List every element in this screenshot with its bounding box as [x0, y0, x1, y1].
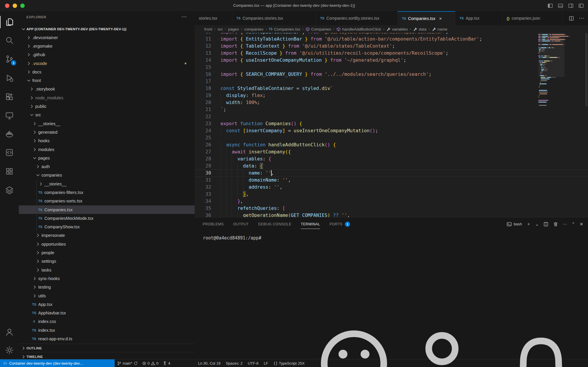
activity-item-apps-grid[interactable]	[0, 163, 19, 180]
tree-folder--devcontainer[interactable]: .devcontainer	[19, 33, 195, 42]
tree-file-companyshow-tsx[interactable]: TSCompanyShow.tsx	[19, 223, 195, 231]
split-terminal-icon[interactable]	[543, 222, 549, 227]
tree-file-index-css[interactable]: #index.css	[19, 317, 195, 326]
tree-folder-tasks[interactable]: tasks	[19, 266, 195, 274]
panel-tab-terminal[interactable]: TERMINAL	[301, 217, 320, 231]
activity-item-explorer[interactable]	[0, 14, 19, 31]
code-editor[interactable]: 10import { WithTopBarContainer } from '@…	[195, 33, 588, 217]
terminal-output[interactable]: root@0a4ecd84891:/app#	[203, 235, 261, 241]
tree-folder--stories-[interactable]: __stories__	[19, 180, 195, 188]
tree-file-companies-sorts-tsx[interactable]: TScompanies-sorts.tsx	[19, 197, 195, 205]
tree-folder-modules[interactable]: modules	[19, 145, 195, 154]
terminal-dropdown-button[interactable]: ⌄	[535, 222, 539, 227]
breadcrumb-item-data[interactable]: data	[413, 27, 426, 31]
tree-folder-impersonate[interactable]: impersonate	[19, 231, 195, 240]
panel-tab-output[interactable]: OUTPUT	[233, 217, 249, 231]
status-ln-30-col-19[interactable]: Ln 30, Col 19	[198, 361, 220, 366]
activity-item-settings-gear[interactable]	[0, 342, 19, 359]
status-lf[interactable]: LF	[264, 361, 268, 366]
layout-sidebar-right-icon[interactable]	[568, 3, 574, 9]
breadcrumb-item-companies[interactable]: companies	[244, 27, 263, 31]
activity-item-accounts[interactable]	[0, 324, 19, 341]
minimap[interactable]	[538, 33, 564, 217]
tree-file-companiesmockmode-tsx[interactable]: TSCompaniesMockMode.tsx	[19, 214, 195, 222]
tree-file-appnavbar-tsx[interactable]: TSAppNavbar.tsx	[19, 309, 195, 317]
layout-sidebar-left-icon[interactable]	[547, 3, 553, 9]
explorer-section-header[interactable]: APP [CONTAINER DEV-TWENTY-DEV (DEV-TWENT…	[19, 25, 195, 33]
activity-item-remote-explorer[interactable]	[0, 107, 19, 124]
tree-folder--storybook[interactable]: .storybook	[19, 85, 195, 93]
tree-folder-settings[interactable]: settings	[19, 257, 195, 266]
status-typescript-jsx[interactable]: {}TypeScript JSX	[273, 361, 305, 366]
explorer-more-actions-button[interactable]: ⋯	[181, 14, 187, 20]
tree-folder-docs[interactable]: docs	[19, 68, 195, 76]
tab-companies-sortby-stories-tsx[interactable]: TSCompanies.sortBy.stories.tsx	[316, 11, 398, 25]
new-terminal-button[interactable]: ＋	[526, 221, 531, 227]
tree-file-app-tsx[interactable]: TSApp.tsx	[19, 300, 195, 309]
breadcrumb-item-front[interactable]: front	[204, 27, 212, 31]
tree-folder-pages[interactable]: pages	[19, 154, 195, 162]
forwarded-ports-status[interactable]: 4	[163, 361, 170, 366]
tab-companies-json[interactable]: {}companies.json	[502, 11, 563, 25]
remote-indicator[interactable]: Container dev-twenty-dev (dev-twenty-dev…	[0, 359, 115, 367]
status-utf-8[interactable]: UTF-8	[248, 361, 258, 366]
tree-folder-utils[interactable]: utils	[19, 291, 195, 300]
tree-folder-src[interactable]: src	[19, 111, 195, 119]
problems-status[interactable]: 00	[142, 361, 158, 366]
close-icon[interactable]: ✕	[439, 16, 442, 21]
accounts-icon[interactable]	[403, 319, 492, 367]
tree-folder--stories-[interactable]: __stories__	[19, 119, 195, 128]
breadcrumb-item-companies[interactable]: Companies	[305, 27, 331, 31]
tree-folder--ergomake[interactable]: .ergomake	[19, 42, 195, 50]
feedback-icon[interactable]	[310, 319, 398, 367]
tree-folder-sync-hooks[interactable]: sync-hooks	[19, 274, 195, 283]
branch-status[interactable]: main*	[117, 361, 138, 366]
breadcrumb-item-src[interactable]: src	[218, 27, 223, 31]
tree-folder-opportunities[interactable]: opportunities	[19, 240, 195, 248]
panel-tab-ports[interactable]: PORTS1	[330, 217, 350, 231]
section-outline[interactable]: OUTLINE	[19, 343, 195, 352]
more-actions-button[interactable]: ⋯	[579, 15, 584, 21]
tree-file-companies-filters-tsx[interactable]: TScompanies-filters.tsx	[19, 188, 195, 197]
notifications-icon[interactable]	[497, 319, 585, 367]
tree-folder-companies[interactable]: companies	[19, 171, 195, 180]
tab-companies-tsx[interactable]: TSCompanies.tsx✕	[398, 11, 455, 25]
tab-app-tsx[interactable]: TSApp.tsx	[455, 11, 502, 25]
layout-panel-icon[interactable]	[558, 3, 563, 9]
tree-folder--vscode[interactable]: .vscode	[19, 59, 195, 68]
tree-folder-hooks[interactable]: hooks	[19, 137, 195, 145]
breadcrumb-item-handleaddbuttonclick[interactable]: handleAddButtonClick	[336, 27, 381, 31]
status-spaces-2[interactable]: Spaces: 2	[226, 361, 243, 366]
panel-tab-debug-console[interactable]: DEBUG CONSOLE	[258, 217, 291, 231]
activity-item-run-debug[interactable]	[0, 69, 19, 86]
activity-item-layers[interactable]	[0, 182, 19, 199]
layout-customize-icon[interactable]	[578, 3, 584, 9]
panel-more-button[interactable]: ⋯	[563, 222, 567, 227]
tree-folder-public[interactable]: public	[19, 102, 195, 110]
tree-file-index-tsx[interactable]: TSindex.tsx	[19, 326, 195, 334]
panel-tab-problems[interactable]: PROBLEMS	[203, 217, 224, 231]
breadcrumb-item-name[interactable]: name	[432, 27, 447, 31]
maximize-panel-button[interactable]: ⌃	[572, 222, 575, 227]
tree-folder-generated[interactable]: generated	[19, 128, 195, 136]
breadcrumb-item-variables[interactable]: variables	[386, 27, 408, 31]
activity-item-source-control[interactable]: 1	[0, 51, 19, 68]
tree-folder--github[interactable]: .github	[19, 51, 195, 59]
tree-folder-testing[interactable]: testing	[19, 283, 195, 291]
tree-file-react-app-env-d-ts[interactable]: TSreact-app-env.d.ts	[19, 334, 195, 343]
breadcrumb-item-pages[interactable]: pages	[228, 27, 239, 31]
split-editor-icon[interactable]	[569, 16, 574, 21]
tree-folder-front[interactable]: front	[19, 76, 195, 85]
kill-terminal-icon[interactable]	[553, 222, 558, 227]
tab-companies-stories-tsx[interactable]: TSCompanies.stories.tsx	[232, 11, 316, 25]
tree-file-companies-tsx[interactable]: TSCompanies.tsx	[19, 205, 195, 214]
tab-stories-tsx[interactable]: stories.tsx	[195, 11, 232, 25]
breadcrumb-item-companies-tsx[interactable]: TSCompanies.tsx	[269, 27, 300, 31]
editor-scrollbar[interactable]	[585, 33, 587, 106]
close-panel-button[interactable]: ✕	[579, 222, 583, 227]
activity-item-search[interactable]	[0, 32, 19, 49]
activity-item-dev-container[interactable]	[0, 144, 19, 161]
terminal-shell-picker[interactable]: bash	[507, 222, 522, 227]
tree-folder-people[interactable]: people	[19, 248, 195, 257]
activity-item-extensions[interactable]	[0, 88, 19, 105]
